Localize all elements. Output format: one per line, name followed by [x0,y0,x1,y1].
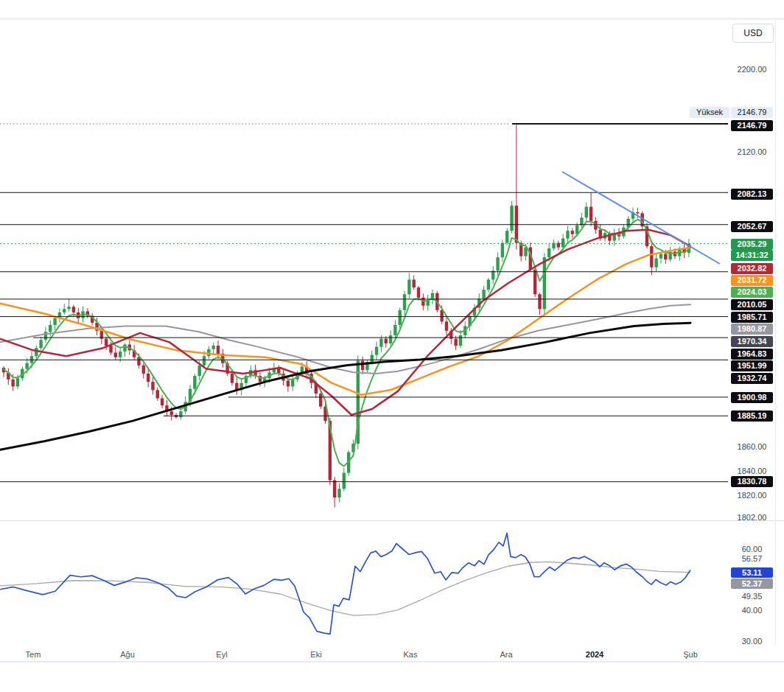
rsi-indicator-pane[interactable] [0,533,690,634]
price-label-1900-98: 1900.98 [731,392,773,403]
pane-divider[interactable] [0,520,784,521]
price-label-1985-71: 1985.71 [731,312,773,323]
main-price-pane[interactable] [0,124,728,507]
rsi-value-label: 53.11 [731,567,773,578]
time-label-Şub: Şub [683,649,698,660]
rsi-tick: 40.00 [731,605,773,615]
price-tick: 1860.00 [731,441,773,452]
descending-trendline[interactable] [562,172,720,264]
time-label-Tem: Tem [26,649,41,660]
rsi-tick: 49.35 [731,591,773,601]
rsi-tick: 56.57 [731,553,773,564]
price-label-1885-19: 1885.19 [731,410,773,422]
price-label-2031-72: 2031.72 [731,275,773,286]
price-label-2146-79: 2146.79 [731,120,773,131]
price-label-14-31-32: 14:31:32 [731,250,773,261]
ma-gray[interactable] [0,304,690,374]
price-axis-right-border [775,19,776,645]
price-label-1830-78: 1830.78 [731,476,773,487]
price-label-2024-03: 2024.03 [731,287,773,298]
rsi-signal-line [0,562,690,615]
price-label-2082-13: 2082.13 [731,189,773,200]
price-tick: 1840.00 [731,466,773,476]
price-label-2052-67: 2052.67 [731,221,773,232]
time-label-Ara: Ara [500,649,512,660]
time-axis-divider [0,661,784,663]
chart-canvas[interactable] [0,0,784,692]
price-label-2032-82: 2032.82 [731,263,773,274]
trading-chart-window: USD 2200.002120.001860.001840.001820.001… [0,0,784,692]
price-tick: 1820.00 [731,490,773,500]
price-tick: 2120.00 [731,147,773,157]
price-label-1964-83: 1964.83 [731,349,773,360]
time-label-Eyl: Eyl [216,649,227,660]
session-high-label: Yüksek [690,107,729,118]
session-high-value: 2146.79 [731,107,773,118]
rsi-main-line [0,533,690,634]
time-label-Ağu: Ağu [120,649,135,660]
price-tick: 2200.00 [731,64,773,74]
price-label-1970-34: 1970.34 [731,336,773,347]
time-label-2024: 2024 [586,649,603,660]
ma-slow-black[interactable] [0,323,690,450]
rsi-value-label: 52.37 [731,579,773,589]
rsi-tick: 30.00 [731,636,773,646]
time-label-Kas: Kas [404,649,418,660]
ma-red[interactable] [0,230,690,415]
price-label-1980-87: 1980.87 [731,324,773,335]
price-label-1932-74: 1932.74 [731,373,773,384]
time-label-Eki: Eki [310,649,321,660]
price-label-2035-29: 2035.29 [731,239,773,250]
price-label-2010-05: 2010.05 [731,299,773,310]
candlestick-series [2,124,690,507]
rsi-tick: 60.00 [731,544,773,554]
price-label-1951-99: 1951.99 [731,360,773,371]
